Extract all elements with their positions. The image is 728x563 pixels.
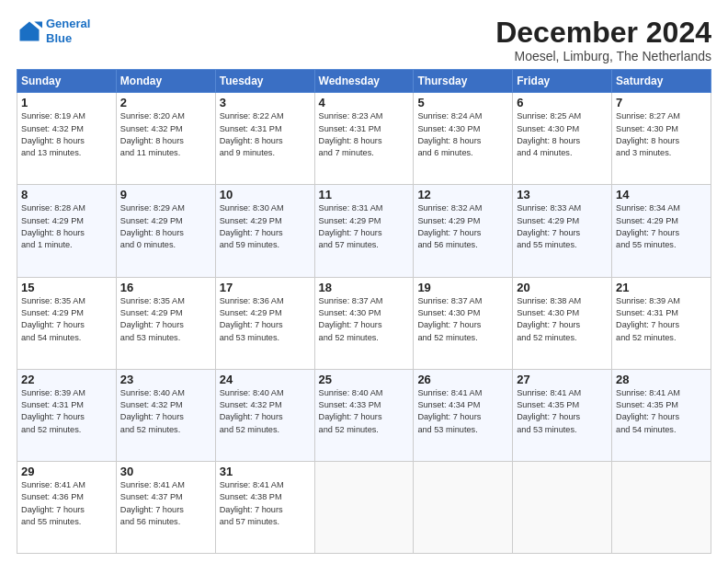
day-number: 14 [616, 188, 707, 201]
day-detail: Sunrise: 8:40 AMSunset: 4:32 PMDaylight:… [120, 388, 185, 434]
table-row: 2Sunrise: 8:20 AMSunset: 4:32 PMDaylight… [116, 93, 215, 185]
col-sunday: Sunday [17, 70, 117, 93]
subtitle: Moesel, Limburg, The Netherlands [495, 49, 711, 63]
table-row [612, 461, 711, 553]
day-number: 22 [21, 373, 112, 386]
logo-line1: General [46, 17, 90, 30]
table-row: 17Sunrise: 8:36 AMSunset: 4:29 PMDayligh… [215, 277, 314, 369]
table-row: 31Sunrise: 8:41 AMSunset: 4:38 PMDayligh… [215, 461, 314, 553]
day-detail: Sunrise: 8:41 AMSunset: 4:36 PMDaylight:… [21, 480, 85, 526]
table-row: 21Sunrise: 8:39 AMSunset: 4:31 PMDayligh… [612, 277, 711, 369]
day-number: 11 [319, 188, 410, 201]
calendar: Sunday Monday Tuesday Wednesday Thursday… [17, 69, 711, 554]
day-number: 30 [120, 465, 211, 478]
table-row: 25Sunrise: 8:40 AMSunset: 4:33 PMDayligh… [314, 369, 414, 461]
day-number: 21 [616, 281, 707, 294]
table-row: 14Sunrise: 8:34 AMSunset: 4:29 PMDayligh… [612, 185, 711, 277]
day-number: 4 [319, 96, 410, 109]
table-row: 30Sunrise: 8:41 AMSunset: 4:37 PMDayligh… [116, 461, 215, 553]
day-detail: Sunrise: 8:34 AMSunset: 4:29 PMDaylight:… [616, 203, 680, 249]
table-row: 27Sunrise: 8:41 AMSunset: 4:35 PMDayligh… [513, 369, 612, 461]
table-row: 16Sunrise: 8:35 AMSunset: 4:29 PMDayligh… [116, 277, 215, 369]
day-number: 2 [120, 96, 211, 109]
day-detail: Sunrise: 8:40 AMSunset: 4:33 PMDaylight:… [319, 388, 383, 434]
table-row [513, 461, 612, 553]
day-number: 18 [319, 281, 410, 294]
day-detail: Sunrise: 8:35 AMSunset: 4:29 PMDaylight:… [21, 296, 85, 342]
logo-text: General Blue [46, 17, 90, 45]
col-wednesday: Wednesday [314, 70, 414, 93]
day-detail: Sunrise: 8:25 AMSunset: 4:30 PMDaylight:… [517, 111, 581, 157]
table-row: 5Sunrise: 8:24 AMSunset: 4:30 PMDaylight… [414, 93, 513, 185]
day-detail: Sunrise: 8:39 AMSunset: 4:31 PMDaylight:… [21, 388, 85, 434]
table-row: 26Sunrise: 8:41 AMSunset: 4:34 PMDayligh… [414, 369, 513, 461]
day-detail: Sunrise: 8:29 AMSunset: 4:29 PMDaylight:… [120, 203, 185, 249]
day-detail: Sunrise: 8:41 AMSunset: 4:38 PMDaylight:… [220, 480, 284, 526]
table-row: 29Sunrise: 8:41 AMSunset: 4:36 PMDayligh… [17, 461, 117, 553]
day-number: 17 [220, 281, 311, 294]
day-detail: Sunrise: 8:22 AMSunset: 4:31 PMDaylight:… [220, 111, 284, 157]
day-detail: Sunrise: 8:19 AMSunset: 4:32 PMDaylight:… [21, 111, 85, 157]
col-saturday: Saturday [612, 70, 711, 93]
table-row: 19Sunrise: 8:37 AMSunset: 4:30 PMDayligh… [414, 277, 513, 369]
day-number: 20 [517, 281, 608, 294]
day-detail: Sunrise: 8:28 AMSunset: 4:29 PMDaylight:… [21, 203, 85, 249]
day-detail: Sunrise: 8:31 AMSunset: 4:29 PMDaylight:… [319, 203, 383, 249]
main-title: December 2024 [495, 17, 711, 49]
table-row: 3Sunrise: 8:22 AMSunset: 4:31 PMDaylight… [215, 93, 314, 185]
table-row: 6Sunrise: 8:25 AMSunset: 4:30 PMDaylight… [513, 93, 612, 185]
col-monday: Monday [116, 70, 215, 93]
table-row: 23Sunrise: 8:40 AMSunset: 4:32 PMDayligh… [116, 369, 215, 461]
logo: General Blue [17, 17, 90, 45]
header-row: Sunday Monday Tuesday Wednesday Thursday… [17, 70, 711, 93]
logo-line2: Blue [46, 31, 72, 45]
header: General Blue December 2024 Moesel, Limbu… [17, 17, 711, 63]
page: General Blue December 2024 Moesel, Limbu… [0, 0, 728, 563]
logo-icon [17, 18, 42, 44]
day-detail: Sunrise: 8:27 AMSunset: 4:30 PMDaylight:… [616, 111, 680, 157]
day-number: 31 [220, 465, 311, 478]
table-row: 15Sunrise: 8:35 AMSunset: 4:29 PMDayligh… [17, 277, 117, 369]
day-number: 27 [517, 373, 608, 386]
day-number: 12 [417, 188, 508, 201]
table-row: 8Sunrise: 8:28 AMSunset: 4:29 PMDaylight… [17, 185, 117, 277]
day-number: 5 [417, 96, 508, 109]
table-row: 28Sunrise: 8:41 AMSunset: 4:35 PMDayligh… [612, 369, 711, 461]
day-number: 9 [120, 188, 211, 201]
day-detail: Sunrise: 8:41 AMSunset: 4:35 PMDaylight:… [517, 388, 581, 434]
table-row: 18Sunrise: 8:37 AMSunset: 4:30 PMDayligh… [314, 277, 414, 369]
table-row [314, 461, 414, 553]
day-detail: Sunrise: 8:40 AMSunset: 4:32 PMDaylight:… [220, 388, 284, 434]
col-tuesday: Tuesday [215, 70, 314, 93]
day-detail: Sunrise: 8:41 AMSunset: 4:37 PMDaylight:… [120, 480, 185, 526]
day-detail: Sunrise: 8:38 AMSunset: 4:30 PMDaylight:… [517, 296, 581, 342]
day-detail: Sunrise: 8:37 AMSunset: 4:30 PMDaylight:… [319, 296, 383, 342]
day-detail: Sunrise: 8:33 AMSunset: 4:29 PMDaylight:… [517, 203, 581, 249]
day-detail: Sunrise: 8:24 AMSunset: 4:30 PMDaylight:… [417, 111, 482, 157]
day-number: 7 [616, 96, 707, 109]
day-number: 26 [417, 373, 508, 386]
svg-marker-0 [20, 21, 40, 40]
day-detail: Sunrise: 8:41 AMSunset: 4:34 PMDaylight:… [417, 388, 482, 434]
day-number: 1 [21, 96, 112, 109]
day-number: 24 [220, 373, 311, 386]
table-row: 20Sunrise: 8:38 AMSunset: 4:30 PMDayligh… [513, 277, 612, 369]
day-number: 28 [616, 373, 707, 386]
day-detail: Sunrise: 8:36 AMSunset: 4:29 PMDaylight:… [220, 296, 284, 342]
day-number: 23 [120, 373, 211, 386]
day-number: 6 [517, 96, 608, 109]
table-row: 24Sunrise: 8:40 AMSunset: 4:32 PMDayligh… [215, 369, 314, 461]
day-number: 8 [21, 188, 112, 201]
col-thursday: Thursday [414, 70, 513, 93]
col-friday: Friday [513, 70, 612, 93]
title-block: December 2024 Moesel, Limburg, The Nethe… [495, 17, 711, 63]
day-detail: Sunrise: 8:32 AMSunset: 4:29 PMDaylight:… [417, 203, 482, 249]
day-number: 16 [120, 281, 211, 294]
day-number: 29 [21, 465, 112, 478]
table-row: 9Sunrise: 8:29 AMSunset: 4:29 PMDaylight… [116, 185, 215, 277]
table-row: 7Sunrise: 8:27 AMSunset: 4:30 PMDaylight… [612, 93, 711, 185]
day-number: 15 [21, 281, 112, 294]
day-detail: Sunrise: 8:30 AMSunset: 4:29 PMDaylight:… [220, 203, 284, 249]
day-number: 19 [417, 281, 508, 294]
table-row [414, 461, 513, 553]
